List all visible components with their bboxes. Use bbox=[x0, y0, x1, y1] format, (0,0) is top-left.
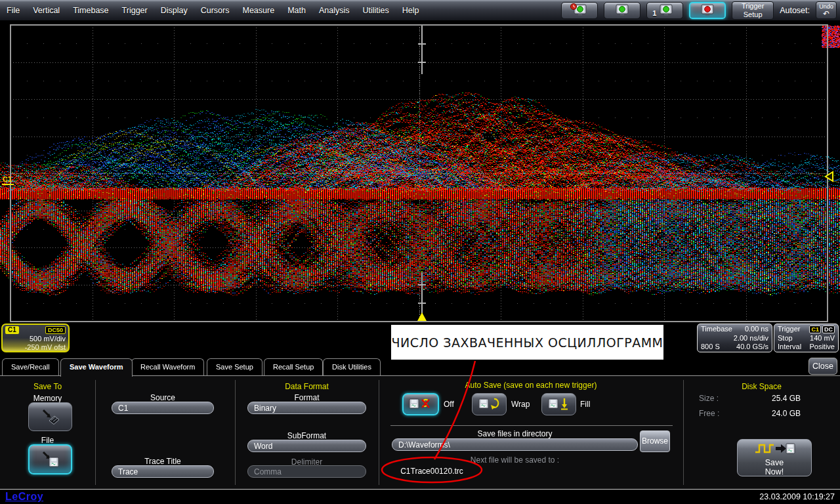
monitor-green-single-icon bbox=[655, 3, 675, 18]
tab-save-waveform[interactable]: Save Waveform bbox=[60, 358, 133, 377]
trigger-source-badge: C1 bbox=[809, 326, 821, 333]
menu-measure[interactable]: Measure bbox=[242, 6, 274, 15]
dialog-tab-strip: Save/Recall Save Waveform Recall Wavefor… bbox=[0, 358, 840, 375]
disk-free-value: 24.0 GB bbox=[742, 409, 801, 418]
subformat-label: SubFormat bbox=[247, 431, 366, 440]
subformat-field[interactable]: Word bbox=[247, 440, 366, 452]
memory-label: Memory bbox=[0, 394, 95, 403]
timebase-rate: 40.0 GS/s bbox=[736, 343, 768, 352]
menu-trigger[interactable]: Trigger bbox=[122, 6, 148, 15]
autosave-fill-label: Fill bbox=[580, 400, 590, 409]
timebase-scale: 2.00 ns/div bbox=[734, 334, 768, 343]
timebase-delay: 0.00 ns bbox=[745, 325, 768, 334]
menu-vertical[interactable]: Vertical bbox=[33, 6, 60, 15]
descriptor-strip: C1 DC50 500 mV/div -250 mV ofst ЧИСЛО ЗА… bbox=[0, 323, 840, 358]
waveform-canvas bbox=[0, 20, 840, 323]
trigger-descriptor-box[interactable]: Trigger C1DC Stop140 mV IntervalPositive bbox=[774, 324, 839, 352]
save-now-line2: Now! bbox=[738, 467, 811, 476]
section-divider bbox=[379, 380, 379, 485]
annotation-box: ЧИСЛО ЗАХВАЧЕННЫХ ОСЦИЛЛОГРАММ bbox=[391, 325, 663, 360]
close-button[interactable]: Close bbox=[808, 358, 837, 375]
channel-offset-label: -250 mV ofst bbox=[5, 343, 66, 352]
trace-title-label: Trace Title bbox=[112, 457, 214, 466]
annotation-text: ЧИСЛО ЗАХВАЧЕННЫХ ОСЦИЛЛОГРАММ bbox=[392, 335, 663, 350]
browse-button[interactable]: Browse bbox=[640, 430, 670, 452]
single-count-label: 1 bbox=[652, 9, 656, 17]
menu-math[interactable]: Math bbox=[287, 6, 306, 15]
autosave-off-button[interactable] bbox=[402, 393, 439, 415]
channel-c1-descriptor-box[interactable]: C1 DC50 500 mV/div -250 mV ofst bbox=[1, 324, 70, 352]
menu-analysis[interactable]: Analysis bbox=[319, 6, 350, 15]
save-to-memory-button[interactable] bbox=[28, 402, 72, 431]
section-divider bbox=[683, 380, 684, 485]
timebase-samples: 800 S bbox=[701, 343, 720, 352]
trace-title-field[interactable]: Trace bbox=[112, 465, 214, 478]
trigger-slope: Positive bbox=[809, 343, 835, 352]
tab-disk-utilities[interactable]: Disk Utilities bbox=[323, 358, 381, 375]
timebase-descriptor-box[interactable]: Timebase0.00 ns 2.00 ns/div 800 S40.0 GS… bbox=[697, 324, 772, 352]
trigger-stop-button[interactable] bbox=[689, 2, 726, 19]
file-label: File bbox=[0, 436, 95, 445]
save-to-file-button[interactable] bbox=[28, 444, 72, 474]
oscilloscope-screen: File Vertical Timebase Trigger Display C… bbox=[0, 0, 840, 504]
delimiter-field: Comma bbox=[247, 465, 366, 478]
source-label: Source bbox=[112, 393, 214, 402]
lecroy-logo: LeCroy bbox=[5, 491, 43, 503]
trigger-mode: Stop bbox=[778, 334, 793, 343]
save-now-icon bbox=[753, 442, 795, 456]
auto-save-divider bbox=[390, 425, 673, 426]
trigger-type: Interval bbox=[778, 343, 801, 352]
autosave-fill-button[interactable] bbox=[541, 393, 576, 415]
tab-recall-waveform[interactable]: Recall Waveform bbox=[131, 358, 204, 375]
monitor-red-icon bbox=[698, 3, 717, 18]
directory-label: Save files in directory bbox=[392, 429, 638, 438]
channel-name-badge: C1 bbox=[5, 326, 19, 334]
menu-display[interactable]: Display bbox=[161, 6, 188, 15]
tab-recall-setup[interactable]: Recall Setup bbox=[264, 358, 323, 375]
autosave-fill-icon bbox=[548, 397, 570, 411]
save-to-file-icon bbox=[39, 450, 62, 469]
datetime-label: 23.03.2009 10:19:27 bbox=[759, 492, 835, 501]
section-divider bbox=[95, 380, 96, 485]
timebase-title: Timebase bbox=[701, 325, 732, 334]
autosave-wrap-icon bbox=[478, 397, 501, 411]
undo-button[interactable]: Undo ↶ bbox=[816, 1, 837, 19]
source-field[interactable]: C1 bbox=[112, 402, 214, 414]
menu-utilities[interactable]: Utilities bbox=[362, 6, 388, 15]
menu-help[interactable]: Help bbox=[402, 6, 419, 15]
autosave-wrap-label: Wrap bbox=[511, 400, 530, 409]
monitor-green-clock-icon bbox=[570, 3, 589, 18]
channel-c1-offset-marker[interactable]: C1 bbox=[2, 175, 14, 185]
save-to-memory-icon bbox=[39, 408, 62, 425]
menu-timebase[interactable]: Timebase bbox=[73, 6, 108, 15]
data-format-header: Data Format bbox=[235, 382, 379, 391]
save-now-line1: Save bbox=[738, 458, 811, 467]
disk-size-value: 25.4 GB bbox=[742, 394, 801, 403]
disk-size-label: Size : bbox=[699, 394, 738, 403]
format-label: Format bbox=[247, 393, 366, 402]
status-bar: LeCroy 23.03.2009 10:19:27 bbox=[0, 489, 840, 504]
save-now-button[interactable]: Save Now! bbox=[737, 439, 812, 476]
save-waveform-panel: Save To Memory File Source C1 Trace bbox=[0, 375, 840, 489]
menu-file[interactable]: File bbox=[7, 6, 20, 15]
save-to-header: Save To bbox=[0, 382, 95, 391]
format-field[interactable]: Binary bbox=[247, 402, 366, 414]
tab-save-setup[interactable]: Save Setup bbox=[207, 358, 262, 375]
trigger-timed-button[interactable] bbox=[561, 2, 598, 19]
trigger-single-button[interactable]: 1 bbox=[646, 2, 683, 19]
menu-cursors[interactable]: Cursors bbox=[201, 6, 230, 15]
tab-save-recall[interactable]: Save/Recall bbox=[2, 358, 59, 375]
next-file-label: Next file will be saved to : bbox=[392, 455, 638, 465]
section-divider bbox=[235, 380, 236, 485]
channel-scale-label: 500 mV/div bbox=[5, 335, 66, 343]
auto-save-header: Auto Save (save on each new trigger) bbox=[379, 381, 683, 390]
trigger-auto-button[interactable] bbox=[604, 2, 640, 19]
directory-field[interactable]: D:\Waveforms\ bbox=[392, 438, 638, 451]
disk-space-header: Disk Space bbox=[683, 382, 840, 391]
trigger-setup-button[interactable]: Trigger Setup bbox=[732, 1, 774, 20]
channel-coupling-badge: DC50 bbox=[45, 326, 66, 334]
autosave-wrap-button[interactable] bbox=[472, 393, 507, 415]
next-file-value: C1Trace00120.trc bbox=[383, 467, 481, 476]
waveform-display: C1 bbox=[0, 20, 840, 323]
autosave-off-label: Off bbox=[444, 400, 454, 409]
